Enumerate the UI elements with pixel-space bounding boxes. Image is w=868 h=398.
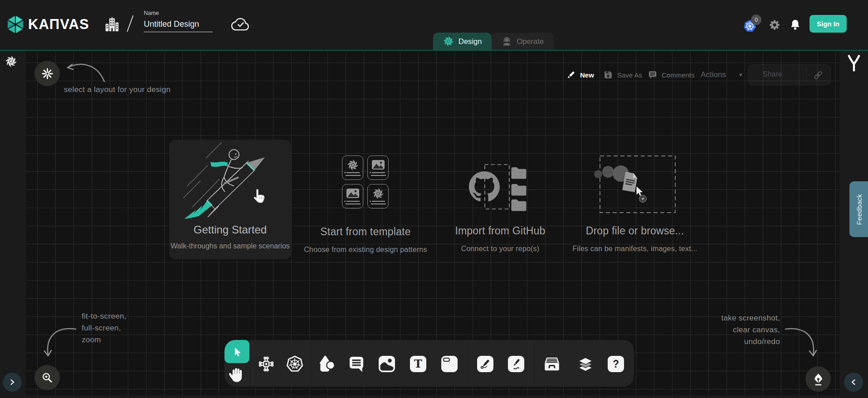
toolbar-divider [311,342,312,384]
toolbar-divider [249,340,250,387]
actions-caret-icon: ▼ [738,72,743,78]
mode-tabs: Design Operate [433,33,554,50]
layout-asterisk-icon [41,68,54,80]
getting-started-card[interactable]: Getting Started Walk-throughs and sample… [169,140,291,259]
card-subtitle: Walk-throughs and sample scenarios [169,242,291,250]
tool-text[interactable]: T [410,356,426,372]
settings-gear-icon[interactable] [769,19,780,31]
card-title: Getting Started [169,223,291,236]
meshery-spinner-icon[interactable] [5,55,17,68]
dot-small [594,170,602,178]
tool-shapes[interactable] [318,355,336,373]
breadcrumb-separator [127,15,134,32]
template-thumb-image [342,184,363,209]
tool-help[interactable]: ? [608,356,624,372]
hint-line: fit-to-screen, [82,311,127,322]
notifications-bell-icon[interactable] [789,19,801,31]
hint-line: undo/redo [707,336,780,348]
hint-line: full-screen, [82,322,127,334]
tool-note[interactable] [441,356,458,372]
layout-hint-arrow [61,53,111,86]
template-thumb-design [342,155,363,180]
repo-folder-icon [511,183,527,196]
save-icon [603,70,613,80]
zoom-hint-arrow [42,323,80,363]
sign-in-button[interactable]: Sign In [809,15,847,33]
tools-toolbar: T [224,340,634,387]
actions-dropdown[interactable]: Actions ▼ [701,64,743,85]
card-title: Start from template [302,226,429,238]
tab-design[interactable]: Design [433,33,492,50]
expand-left-panel-button[interactable] [3,373,22,392]
design-name-label: Name [144,10,213,16]
layout-select-button[interactable] [34,61,60,86]
comments-icon [648,70,658,80]
kanvas-wordmark: KAΠVAS [28,16,89,33]
tool-kubernetes[interactable] [286,355,304,373]
template-thumbnails [342,155,389,209]
repo-folder-icon [511,198,527,212]
share-button[interactable]: Share [748,64,831,85]
design-swirl-icon [443,36,454,47]
tool-layers[interactable] [576,355,595,373]
share-divider [806,68,807,83]
layout-hint-text: select a layout for your design [64,84,171,96]
text-tool-glyph: T [414,359,422,369]
tool-component[interactable] [257,355,275,373]
tool-comment[interactable] [347,355,366,373]
pen-actions-button[interactable] [805,366,831,392]
hint-line: clear canvas, [707,324,780,336]
app-header: KAΠVAS Name Untitled Design Design [0,0,868,50]
card-title: Drop file or browse... [571,225,698,237]
hand-pointer-cursor [251,189,266,205]
tool-pan[interactable] [229,366,246,386]
pen-hint-arrow [781,323,819,363]
card-subtitle: Connect to your repo(s) [437,245,564,253]
hint-line: zoom [82,334,127,346]
tool-drawer[interactable] [543,355,561,373]
dot-medium [602,166,614,178]
zoom-button[interactable] [34,365,60,390]
toolbar-divider [468,342,468,384]
kanvas-logo-icon[interactable] [6,14,25,35]
pen-nib-icon [812,373,825,386]
canvas-actions-hint: take screenshot, clear canvas, undo/redo [707,312,780,348]
help-question-glyph: ? [613,359,619,369]
zoom-in-icon [41,372,54,384]
notification-count-badge: 0 [751,15,761,25]
feedback-tab[interactable]: Feedback [849,181,868,237]
card-subtitle: Files can be manifests, images, text... [571,245,698,253]
view-controls-hint: fit-to-screen, full-screen, zoom [82,311,127,346]
card-title: Import from GitHub [437,225,564,237]
tool-pencil[interactable] [508,356,524,372]
hint-line: take screenshot, [707,312,780,324]
card-subtitle: Choose from existing design patterns [302,246,429,254]
tab-operate[interactable]: Operate [492,33,554,50]
new-button[interactable]: New [566,64,594,85]
share-link-icon [813,70,823,80]
new-pencil-icon [566,70,576,80]
template-thumb-design [367,184,389,209]
rocket-illustration [180,142,276,220]
add-plus-icon: + [639,195,647,203]
github-icon [469,171,500,202]
template-thumb-image [367,155,389,180]
operate-icon [502,36,512,47]
collapse-right-panel-button[interactable] [844,373,863,392]
tool-image[interactable] [379,356,395,372]
comments-button[interactable]: Comments [648,64,695,85]
tool-select[interactable] [224,340,249,363]
organization-icon[interactable] [104,16,120,33]
layer5-y-logo [847,54,861,73]
design-name-input[interactable]: Untitled Design [144,19,213,32]
repo-folder-icon [511,166,527,180]
design-name-field[interactable]: Name Untitled Design [144,10,213,32]
save-as-button[interactable]: Save As [603,64,642,85]
tool-pen[interactable] [477,356,493,372]
toolbar-divider [534,342,534,384]
cloud-sync-icon [230,17,251,32]
